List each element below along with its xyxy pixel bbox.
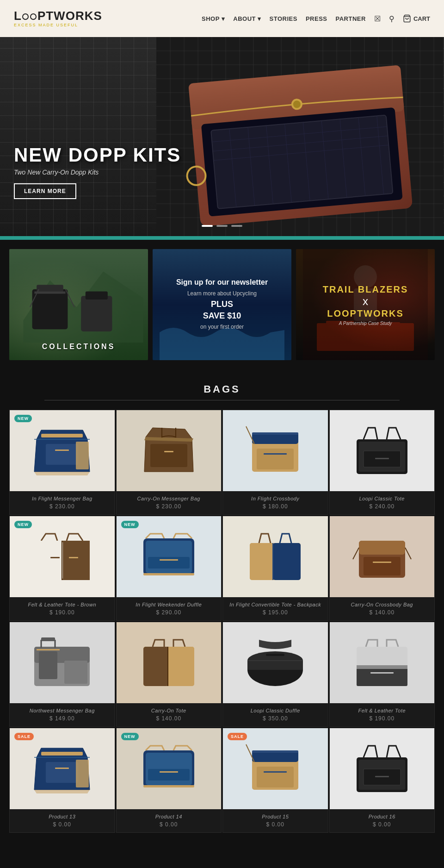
product-badge: NEW xyxy=(14,415,32,422)
product-card[interactable]: Carry-On Tote $ 140.00 xyxy=(116,622,222,727)
product-card[interactable]: Carry-On Crossbody Bag $ 140.00 xyxy=(329,516,435,621)
cart-button[interactable]: CART xyxy=(403,14,430,23)
product-image xyxy=(330,516,435,597)
svg-rect-76 xyxy=(76,442,89,469)
promo-trailblazers[interactable]: TRAIL BLAZERS x LOOPTWORKS A Partnership… xyxy=(296,249,435,360)
nav-stories[interactable]: STORIES xyxy=(270,15,297,22)
main-nav: SHOP ▾ ABOUT ▾ STORIES PRESS PARTNER ☒ ⚲… xyxy=(202,14,430,23)
product-card[interactable]: SALE Product 13 $ 0.00 xyxy=(9,728,115,833)
logo[interactable]: LPTWORKS EXCESS MADE USEFUL xyxy=(14,10,102,27)
product-price: $ 0.00 xyxy=(228,821,323,828)
product-price: $ 149.00 xyxy=(14,715,110,722)
product-card[interactable]: Carry-On Messenger Bag $ 230.00 xyxy=(116,410,222,515)
hero-dot-2[interactable] xyxy=(216,225,228,227)
collections-label: COLLECTIONS xyxy=(42,343,116,351)
product-card[interactable]: Northwest Messenger Bag $ 149.00 xyxy=(9,622,115,727)
product-card[interactable]: Product 16 $ 0.00 xyxy=(329,728,435,833)
promo-section: COLLECTIONS Sign up for our newsletter L… xyxy=(0,240,444,369)
hero-dot-3[interactable] xyxy=(231,225,242,227)
promo-newsletter[interactable]: Sign up for our newsletter Learn more ab… xyxy=(153,249,291,360)
product-info: Loopi Classic Duffle $ 350.00 xyxy=(223,703,328,726)
hero-dots xyxy=(202,225,242,227)
nav-about[interactable]: ABOUT ▾ xyxy=(233,15,261,22)
product-card[interactable]: NEW Product 14 $ 0.00 xyxy=(116,728,222,833)
product-card[interactable]: NEW Felt & Leather Tote - Brown $ 190.00 xyxy=(9,516,115,621)
svg-rect-103 xyxy=(273,543,301,580)
svg-rect-98 xyxy=(160,559,178,561)
product-info: Product 16 $ 0.00 xyxy=(330,809,435,832)
product-price: $ 140.00 xyxy=(334,609,430,616)
hero-subtitle: Two New Carry-On Dopp Kits xyxy=(14,169,181,176)
product-card[interactable]: In Flight Convertible Tote - Backpack $ … xyxy=(222,516,328,621)
hero-content: NEW DOPP KITS Two New Carry-On Dopp Kits… xyxy=(14,144,181,199)
product-image xyxy=(330,410,435,491)
trailblazers-x: x xyxy=(323,295,408,308)
svg-rect-77 xyxy=(150,444,187,467)
product-card[interactable]: NEW In Flight Messenger Bag $ 230.00 xyxy=(9,410,115,515)
product-name: Loopi Classic Duffle xyxy=(228,708,323,713)
hero-title: NEW DOPP KITS xyxy=(14,144,181,166)
svg-rect-93 xyxy=(50,557,60,558)
product-badge: SALE xyxy=(14,733,34,740)
product-image xyxy=(117,410,222,491)
hero-dot-1[interactable] xyxy=(202,225,213,227)
hero-bag-image xyxy=(155,37,444,236)
product-card[interactable]: In Flight Crossbody $ 180.00 xyxy=(222,410,328,515)
svg-rect-58 xyxy=(32,289,68,329)
product-price: $ 0.00 xyxy=(334,821,430,828)
accent-bar xyxy=(0,236,444,240)
svg-rect-94 xyxy=(69,557,78,558)
svg-rect-69 xyxy=(317,323,414,351)
product-image xyxy=(330,728,435,809)
nav-shop[interactable]: SHOP ▾ xyxy=(202,15,225,22)
svg-rect-134 xyxy=(148,769,190,781)
product-info: In Flight Weekender Duffle $ 290.00 xyxy=(117,597,222,620)
nav-press[interactable]: PRESS xyxy=(306,15,327,22)
product-card[interactable]: SALE Product 15 $ 0.00 xyxy=(222,728,328,833)
product-badge: NEW xyxy=(121,733,139,740)
product-info: Carry-On Tote $ 140.00 xyxy=(117,703,222,726)
product-price: $ 180.00 xyxy=(228,503,323,510)
svg-rect-136 xyxy=(143,785,194,787)
product-price: $ 190.00 xyxy=(14,609,110,616)
trailblazers-brand: LOOPTWORKS xyxy=(323,308,408,319)
promo-collections[interactable]: COLLECTIONS xyxy=(9,249,148,360)
bags-section: BAGS NEW In Flight Messenger Bag $ 230.0… xyxy=(0,369,444,842)
product-name: Product 15 xyxy=(228,814,323,819)
svg-rect-81 xyxy=(252,432,298,435)
nav-partner[interactable]: PARTNER xyxy=(336,15,366,22)
trailblazers-title: TRAIL BLAZERS xyxy=(323,284,408,295)
product-price: $ 0.00 xyxy=(14,821,110,828)
product-price: $ 140.00 xyxy=(121,715,217,722)
product-card[interactable]: NEW In Flight Weekender Duffle $ 290.00 xyxy=(116,516,222,621)
svg-rect-72 xyxy=(41,434,83,437)
svg-rect-124 xyxy=(357,668,407,686)
logo-text: LPTWORKS xyxy=(14,10,102,22)
user-icon[interactable]: ☒ xyxy=(374,14,381,23)
product-card[interactable]: Felt & Leather Tote $ 190.00 xyxy=(329,622,435,727)
product-image: SALE xyxy=(10,728,115,809)
svg-rect-114 xyxy=(64,661,87,684)
product-info: Product 15 $ 0.00 xyxy=(223,809,328,832)
product-card[interactable]: Loopi Classic Tote $ 240.00 xyxy=(329,410,435,515)
product-info: Carry-On Messenger Bag $ 230.00 xyxy=(117,491,222,514)
svg-rect-107 xyxy=(364,557,401,575)
bags-divider xyxy=(44,400,400,400)
hero-banner: NEW DOPP KITS Two New Carry-On Dopp Kits… xyxy=(0,37,444,236)
svg-rect-140 xyxy=(257,767,294,787)
product-name: Felt & Leather Tote xyxy=(334,708,430,713)
product-image: NEW xyxy=(117,516,222,597)
product-name: Loopi Classic Tote xyxy=(334,496,430,501)
product-name: Northwest Messenger Bag xyxy=(14,708,110,713)
product-price: $ 190.00 xyxy=(334,715,430,722)
svg-rect-122 xyxy=(266,654,284,656)
svg-rect-62 xyxy=(86,292,108,300)
cart-icon xyxy=(403,14,411,23)
hero-cta-button[interactable]: LEARN MORE xyxy=(14,183,76,199)
search-icon[interactable]: ⚲ xyxy=(389,14,395,23)
product-info: Northwest Messenger Bag $ 149.00 xyxy=(10,703,115,726)
product-card[interactable]: Loopi Classic Duffle $ 350.00 xyxy=(222,622,328,727)
svg-rect-97 xyxy=(148,557,190,568)
collections-image xyxy=(14,254,148,343)
svg-rect-113 xyxy=(41,637,55,641)
